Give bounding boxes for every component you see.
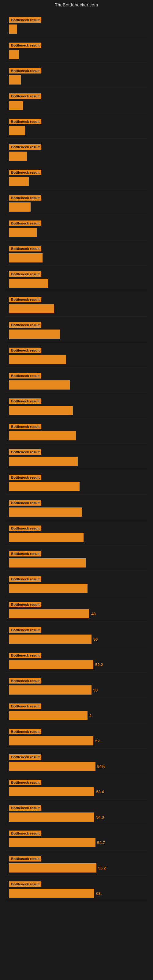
bar-row: 48 [9, 609, 144, 618]
bar [9, 228, 37, 237]
bar-value: 52.2 [95, 662, 103, 667]
bar [9, 101, 23, 110]
bar-row [9, 177, 144, 186]
bottleneck-label: Bottleneck result [9, 652, 41, 658]
bar-row: 53. [9, 889, 144, 898]
bar-row [9, 508, 144, 517]
bottleneck-label: Bottleneck result [9, 424, 41, 430]
bar-row [9, 457, 144, 466]
bottleneck-label: Bottleneck result [9, 830, 41, 836]
bar-row [9, 50, 144, 59]
bar-row: 50 [9, 686, 144, 695]
bar [9, 787, 94, 796]
chart-entry: Bottleneck result4 [6, 698, 147, 723]
bar [9, 253, 43, 262]
bottleneck-label: Bottleneck result [9, 780, 41, 785]
chart-entry: Bottleneck result [6, 139, 147, 164]
bottleneck-label: Bottleneck result [9, 322, 41, 328]
bar-row: 54.3 [9, 813, 144, 822]
bar-row [9, 533, 144, 542]
chart-entry: Bottleneck result [6, 342, 147, 368]
bar-row: 50 [9, 635, 144, 644]
bar-row [9, 228, 144, 237]
bar [9, 177, 29, 186]
bottleneck-label: Bottleneck result [9, 94, 41, 99]
bar [9, 126, 25, 135]
chart-area: Bottleneck resultBottleneck resultBottle… [0, 9, 153, 904]
bar [9, 686, 91, 695]
bar-row [9, 202, 144, 212]
bar-value: 50 [93, 688, 97, 692]
bottleneck-label: Bottleneck result [9, 729, 41, 734]
bar-value: 53. [96, 891, 102, 896]
chart-entry: Bottleneck result [6, 444, 147, 469]
bar-row [9, 151, 144, 161]
bottleneck-label: Bottleneck result [9, 119, 41, 124]
chart-entry: Bottleneck result [6, 571, 147, 596]
bottleneck-label: Bottleneck result [9, 703, 41, 709]
bar [9, 75, 21, 84]
bottleneck-label: Bottleneck result [9, 373, 41, 379]
bottleneck-label: Bottleneck result [9, 678, 41, 684]
chart-entry: Bottleneck result [6, 546, 147, 571]
bottleneck-label: Bottleneck result [9, 348, 41, 353]
bar [9, 406, 73, 415]
bar [9, 584, 88, 593]
bar-row: 52.2 [9, 660, 144, 669]
bar [9, 660, 93, 669]
bottleneck-label: Bottleneck result [9, 43, 41, 48]
bar-value: 53.4 [96, 789, 104, 794]
chart-entry: Bottleneck result [6, 266, 147, 291]
bar [9, 813, 94, 822]
bottleneck-label: Bottleneck result [9, 297, 41, 302]
chart-entry: Bottleneck result [6, 495, 147, 520]
bottleneck-label: Bottleneck result [9, 754, 41, 760]
chart-entry: Bottleneck result [6, 12, 147, 37]
bottleneck-label: Bottleneck result [9, 398, 41, 404]
bar [9, 457, 78, 466]
bottleneck-label: Bottleneck result [9, 221, 41, 226]
bar [9, 508, 82, 517]
bar-value: 54% [97, 764, 105, 769]
bar-row: 54.7 [9, 838, 144, 847]
bar [9, 558, 86, 568]
bottleneck-label: Bottleneck result [9, 195, 41, 200]
bar [9, 533, 83, 542]
bottleneck-label: Bottleneck result [9, 144, 41, 150]
bar-row: 54% [9, 762, 144, 771]
bar [9, 202, 30, 212]
bar-row: 53.4 [9, 787, 144, 796]
bar-row [9, 406, 144, 415]
bottleneck-label: Bottleneck result [9, 525, 41, 531]
bar-row [9, 329, 144, 339]
chart-entry: Bottleneck result [6, 317, 147, 342]
bar [9, 889, 94, 898]
chart-entry: Bottleneck result [6, 113, 147, 139]
chart-entry: Bottleneck result52. [6, 723, 147, 749]
chart-entry: Bottleneck result [6, 240, 147, 266]
bar-row: 55.2 [9, 863, 144, 872]
bottleneck-label: Bottleneck result [9, 68, 41, 73]
bar-row [9, 304, 144, 313]
bar-row [9, 279, 144, 288]
chart-entry: Bottleneck result [6, 164, 147, 189]
bar [9, 24, 17, 34]
bar-value: 54.3 [96, 815, 104, 819]
bar [9, 151, 27, 161]
chart-entry: Bottleneck result [6, 520, 147, 546]
bar [9, 863, 96, 872]
bottleneck-label: Bottleneck result [9, 500, 41, 506]
bottleneck-label: Bottleneck result [9, 271, 41, 277]
chart-entry: Bottleneck result50 [6, 622, 147, 647]
bar-row [9, 558, 144, 568]
bar [9, 711, 88, 720]
bottleneck-label: Bottleneck result [9, 449, 41, 455]
chart-entry: Bottleneck result [6, 88, 147, 113]
chart-entry: Bottleneck result53. [6, 876, 147, 901]
chart-entry: Bottleneck result55.2 [6, 850, 147, 876]
bottleneck-label: Bottleneck result [9, 576, 41, 582]
chart-entry: Bottleneck result52.2 [6, 647, 147, 673]
bottleneck-label: Bottleneck result [9, 602, 41, 607]
chart-entry: Bottleneck result [6, 291, 147, 317]
bottleneck-label: Bottleneck result [9, 475, 41, 480]
